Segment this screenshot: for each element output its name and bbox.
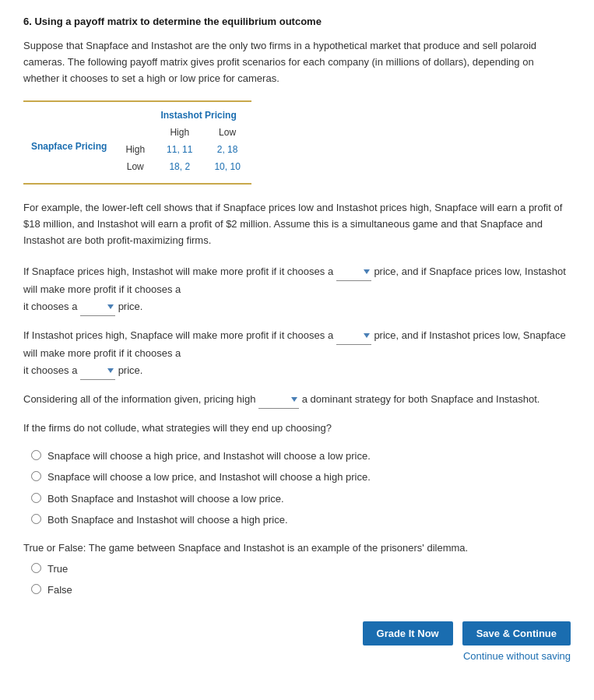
q2-suffix2: price. [118,364,143,376]
row-header-high: High [114,141,156,158]
q3-suffix: a dominant strategy for both Snapface an… [302,393,540,405]
q3-dropdown[interactable]: is is not [258,393,299,405]
question-1-block: If Snapface prices high, Instashot will … [23,263,571,316]
q1-suffix2: price. [118,301,143,312]
radio-label-false: False [47,582,72,598]
row-header-low: Low [114,158,156,175]
continue-without-saving-link[interactable]: Continue without saving [23,650,571,662]
q1-dropdown1-wrapper[interactable]: high low [336,263,371,281]
q1-dropdown2-wrapper[interactable]: high low [80,298,115,316]
payoff-table: High Low High 11, 11 2, 18 Low 18, 2 10,… [114,124,251,175]
radio-option-3[interactable]: Both Snapface and Instashot will choose … [31,491,571,507]
radio-option-1[interactable]: Snapface will choose a high price, and I… [31,448,571,464]
bottom-actions: Grade It Now Save & Continue Continue wi… [23,621,571,662]
q1-dropdown1[interactable]: high low [336,266,371,277]
radio-label-1: Snapface will choose a high price, and I… [47,448,371,464]
q3-dropdown-wrapper[interactable]: is is not [258,391,299,409]
q1-it-chooses: it chooses a [23,301,80,312]
question-title: 6. Using a payoff matrix to determine th… [23,16,571,27]
question-2-block: If Instashot prices high, Snapface will … [23,327,571,380]
radio-input-true[interactable] [31,563,41,573]
col-header-high: High [156,124,203,141]
strategies-radio-group: Snapface will choose a high price, and I… [23,448,571,528]
cell-high-low: 2, 18 [203,141,251,158]
question-3-block: Considering all of the information given… [23,391,571,409]
snapface-row-label: Snapface Pricing [31,141,107,152]
save-continue-button[interactable]: Save & Continue [462,621,571,645]
radio-input-2[interactable] [31,471,41,481]
col-header-low: Low [203,124,251,141]
q3-prefix: Considering all of the information given… [23,393,255,405]
instashot-col-label: Instashot Pricing [146,110,251,121]
payoff-matrix-container: Snapface Pricing Instashot Pricing High … [23,100,251,185]
q1-prefix: If Snapface prices high, Instashot will … [23,266,333,277]
radio-label-4: Both Snapface and Instashot will choose … [47,512,288,528]
cell-low-low: 10, 10 [203,158,251,175]
radio-input-4[interactable] [31,514,41,524]
cell-high-high: 11, 11 [156,141,203,158]
q2-dropdown2-wrapper[interactable]: high low [80,362,115,380]
q2-dropdown1-wrapper[interactable]: high low [336,327,371,345]
true-false-label: True or False: The game between Snapface… [23,542,571,554]
radio-label-3: Both Snapface and Instashot will choose … [47,491,284,507]
radio-label-true: True [47,561,68,577]
q1-dropdown2[interactable]: high low [80,301,115,312]
radio-false[interactable]: False [31,582,571,598]
cell-low-high: 18, 2 [156,158,203,175]
q2-dropdown1[interactable]: high low [336,329,371,341]
radio-input-3[interactable] [31,493,41,503]
radio-input-1[interactable] [31,450,41,460]
q2-it-chooses: it chooses a [23,364,80,376]
radio-label-2: Snapface will choose a low price, and In… [47,470,371,485]
example-text: For example, the lower-left cell shows t… [23,200,571,248]
grade-it-now-button[interactable]: Grade It Now [363,621,453,645]
q2-prefix: If Instashot prices high, Snapface will … [23,329,333,341]
radio-true[interactable]: True [31,561,571,577]
intro-paragraph: Suppose that Snapface and Instashot are … [23,38,571,86]
radio-option-2[interactable]: Snapface will choose a low price, and In… [31,470,571,485]
radio-input-false[interactable] [31,584,41,594]
button-row: Grade It Now Save & Continue [23,621,571,645]
q2-dropdown2[interactable]: high low [80,364,115,376]
true-false-radio-group: True False [23,561,571,598]
q4-label: If the firms do not collude, what strate… [23,420,571,437]
radio-option-4[interactable]: Both Snapface and Instashot will choose … [31,512,571,528]
